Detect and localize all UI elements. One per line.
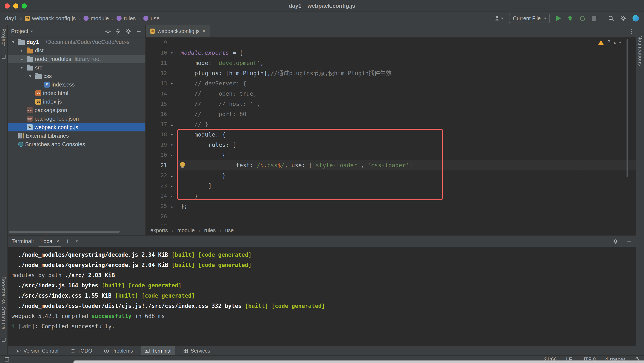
tree-item-webpack-config-js[interactable]: Wwebpack.config.js <box>8 123 145 132</box>
debug-button[interactable] <box>567 15 573 22</box>
fold-up-icon[interactable]: ▴ <box>167 119 177 130</box>
inspections-widget[interactable]: 2 ▴ ▾ <box>598 39 621 46</box>
intention-bulb-icon[interactable] <box>180 162 185 167</box>
code-line-13[interactable]: 13▾ // devServer: { <box>146 78 636 88</box>
code-line-23[interactable]: 23▴ ] <box>146 181 636 191</box>
editor-breadcrumb-module[interactable]: module <box>177 227 195 234</box>
fold-down-icon[interactable]: ▾ <box>167 150 177 160</box>
toolbox-button[interactable] <box>632 15 639 22</box>
tree-item-index-css[interactable]: #index.css <box>8 80 145 89</box>
code-line-9[interactable]: 9 <box>146 38 636 48</box>
code-line-25[interactable]: 25▴}; <box>146 201 636 211</box>
code-line-24[interactable]: 24▴ } <box>146 191 636 201</box>
breadcrumb-item-webpack-config-js[interactable]: JSwebpack.config.js <box>25 15 76 22</box>
zoom-window-button[interactable] <box>22 4 27 8</box>
project-panel-title[interactable]: Project <box>11 28 28 34</box>
locate-file-icon[interactable] <box>105 28 111 34</box>
run-button[interactable] <box>556 15 561 21</box>
tree-item-package-lock-json[interactable]: npmpackage-lock.json <box>8 114 145 123</box>
code-line-26[interactable]: 26 <box>146 211 636 222</box>
code-line-14[interactable]: 14 // open: true, <box>146 88 636 99</box>
fold-up-icon[interactable]: ▴ <box>167 181 177 191</box>
terminal-settings-icon[interactable] <box>612 238 618 244</box>
editor-breadcrumb-use[interactable]: use <box>225 227 234 234</box>
code-line-15[interactable]: 15 // // host: '', <box>146 99 636 109</box>
profile-button[interactable]: ▾ <box>494 15 503 22</box>
toolwindow-switcher-icon[interactable] <box>5 357 9 362</box>
collapse-all-icon[interactable] <box>115 28 122 34</box>
previous-problem-icon[interactable]: ▴ <box>614 40 616 45</box>
breadcrumb-item-module[interactable]: module <box>84 15 109 22</box>
code-line-18[interactable]: 18▾ module: { <box>146 130 636 140</box>
editor-vertical-scrollbar[interactable] <box>626 39 628 177</box>
fold-down-icon[interactable]: ▾ <box>167 130 177 140</box>
gear-icon[interactable] <box>125 28 132 34</box>
code-line-10[interactable]: 10▾module.exports = { <box>146 48 636 58</box>
code-line-16[interactable]: 16 // port: 80 <box>146 109 636 119</box>
tree-item-node-modules[interactable]: ▸node_moduleslibrary root <box>8 55 145 63</box>
terminal-tab-local[interactable]: Local × <box>40 238 59 244</box>
tree-item-index-js[interactable]: JSindex.js <box>8 97 145 106</box>
tab-list-menu-icon[interactable] <box>631 29 632 34</box>
toolwindow-stripe-project[interactable]: Project <box>1 28 6 46</box>
code-line-12[interactable]: 12 plugins: [htmlPlugin],//通过plugins节点,使… <box>146 68 636 78</box>
tree-item-index-html[interactable]: <>index.html <box>8 89 145 97</box>
toolwindow-stripe-structure[interactable]: Structure <box>1 307 6 329</box>
tree-item-dist[interactable]: ▸dist <box>8 46 145 55</box>
code-line-11[interactable]: 11 mode: 'development', <box>146 58 636 68</box>
run-configuration-select[interactable]: Current File ▾ <box>509 14 550 23</box>
tree-item-external-libraries[interactable]: External Libraries <box>8 132 145 140</box>
settings-button[interactable] <box>620 15 626 22</box>
fold-down-icon[interactable]: ▾ <box>167 140 177 150</box>
fold-down-icon[interactable]: ▾ <box>167 78 177 88</box>
toolwindow-icon[interactable] <box>2 338 6 342</box>
editor-breadcrumb-rules[interactable]: rules <box>204 227 216 234</box>
fold-up-icon[interactable]: ▴ <box>167 170 177 181</box>
code-line-19[interactable]: 19▾ rules: [ <box>146 140 636 150</box>
fold-up-icon[interactable]: ▴ <box>167 191 177 201</box>
tree-horizontal-scrollbar[interactable] <box>9 231 120 233</box>
chevron-down-icon[interactable]: ▾ <box>18 65 25 70</box>
tree-item-src[interactable]: ▾src <box>8 63 145 72</box>
chevron-down-icon[interactable]: ▾ <box>31 29 33 34</box>
hide-panel-icon[interactable] <box>626 238 632 244</box>
toolwindow-button-services[interactable]: Services <box>180 346 214 355</box>
code-line-20[interactable]: 20▾ { <box>146 150 636 160</box>
chevron-down-icon[interactable]: ▾ <box>76 239 78 244</box>
chevron-down-icon[interactable]: ▾ <box>27 74 34 78</box>
code-line-27[interactable]: 27 <box>146 222 636 226</box>
breadcrumb-item-rules[interactable]: rules <box>116 15 136 22</box>
tree-item-package-json[interactable]: npmpackage.json <box>8 106 145 114</box>
breadcrumb-item-use[interactable]: use <box>143 15 160 22</box>
toolwindow-stripe-bookmarks[interactable]: Bookmarks <box>1 276 6 304</box>
close-window-button[interactable] <box>5 4 10 8</box>
hide-panel-icon[interactable] <box>136 28 142 34</box>
tree-item-day1[interactable]: ▾day1~/Documents/Code/VueCode/vue-s <box>8 38 145 46</box>
fold-down-icon[interactable]: ▾ <box>167 48 177 58</box>
stop-button[interactable] <box>592 16 596 21</box>
code-line-22[interactable]: 22▴ } <box>146 170 636 181</box>
editor-breadcrumb-exports[interactable]: exports <box>150 227 168 234</box>
minimize-window-button[interactable] <box>13 4 18 8</box>
close-icon[interactable]: × <box>202 28 206 34</box>
next-problem-icon[interactable]: ▾ <box>619 40 621 45</box>
code-line-21[interactable]: 21 test: /\.css$/, use: ['style-loader',… <box>146 160 636 170</box>
fold-up-icon[interactable]: ▴ <box>167 201 177 211</box>
commit-toolwindow-icon[interactable] <box>2 55 6 59</box>
tree-item-css[interactable]: ▾css <box>8 72 145 80</box>
new-terminal-session-button[interactable]: + <box>66 238 70 245</box>
editor-tab-webpack-config[interactable]: JS webpack.config.js × <box>146 25 210 37</box>
close-icon[interactable]: × <box>56 238 60 244</box>
code-line-17[interactable]: 17▴ // } <box>146 119 636 130</box>
toolwindow-button-terminal[interactable]: Terminal <box>141 346 175 355</box>
toolwindow-button-version-control[interactable]: Version Control <box>12 346 62 355</box>
toolwindow-button-problems[interactable]: Problems <box>100 346 136 355</box>
chevron-down-icon[interactable]: ▾ <box>10 40 16 44</box>
run-with-coverage-button[interactable] <box>579 15 586 22</box>
tree-item-scratches-and-consoles[interactable]: Scratches and Consoles <box>8 140 145 148</box>
chevron-right-icon[interactable]: ▸ <box>18 56 25 62</box>
toolwindow-stripe-notifications[interactable]: Notifications <box>637 35 643 66</box>
terminal-output[interactable]: ./node_modules/querystring/decode.js 2.3… <box>8 247 636 332</box>
code-editor[interactable]: 910▾module.exports = {11 mode: 'developm… <box>146 38 636 226</box>
breadcrumb-item-day1[interactable]: day1 <box>5 15 17 22</box>
